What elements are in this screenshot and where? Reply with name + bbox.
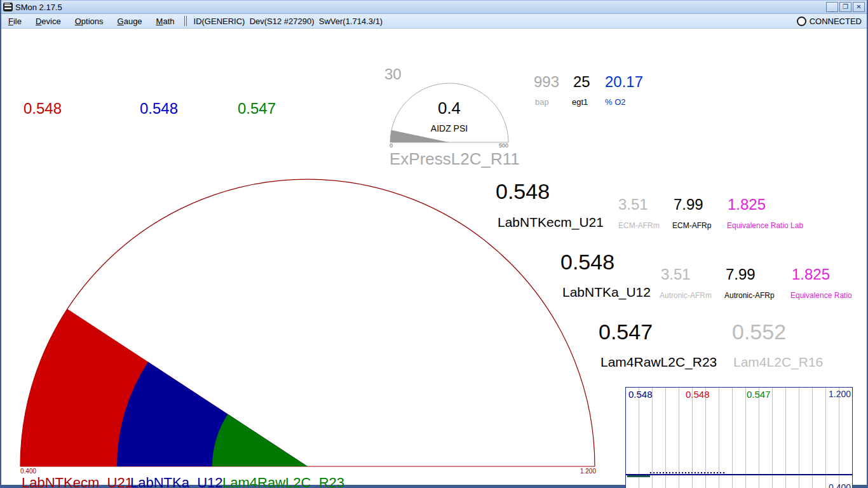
app-window: SMon 2.17.5 _ ❐ ✕ File Device Options Ga… [0,0,868,488]
readout-lambda-red: 0.548 [24,100,62,118]
menu-device[interactable]: Device [29,15,68,28]
channel3-secondary-value: 0.552 [732,320,786,344]
device-info: ID(GENERIC) Dev(S12 #27290) SwVer(1.714.… [191,17,383,26]
close-icon: ✕ [856,4,861,10]
trend-ymin: 0.400 [829,482,851,488]
pressure-gauge-value: 0.4 [389,98,510,118]
close-button[interactable]: ✕ [853,2,865,12]
trend-readout-green: 0.547 [747,389,771,400]
trend-chart: 0.548 0.548 0.547 1.200 0.400 [625,387,853,488]
channel3-value: 0.547 [599,320,653,344]
readout-bap: 993 [534,73,559,91]
restore-button[interactable]: ❐ [839,2,851,12]
trend-readout-blue: 0.548 [628,389,653,400]
channel1-metric2-value: 7.99 [674,196,703,214]
lambda-gauge-min: 0.400 [20,468,36,475]
pressure-gauge-peak: 30 [384,65,402,83]
channel2-metric3-label: Equivalence Ratio [790,291,852,300]
readout-lambda-green: 0.547 [238,100,276,118]
channel2-metric2-label: Autronic-AFRp [724,291,775,300]
menu-separator [184,16,187,26]
lambda-gauge [20,177,597,468]
readout-egt1-label: egt1 [572,97,588,107]
menu-options[interactable]: Options [68,15,111,28]
channel2-metric1-value: 3.51 [661,266,691,283]
channel1-metric1-value: 3.51 [618,196,648,214]
channel1-metric3-value: 1.825 [728,196,766,214]
lambda-gauge-needle-green [212,414,308,466]
channel3-secondary-name: Lam4L2C_R16 [733,355,823,370]
readout-egt1: 25 [573,73,590,91]
dashboard: 0.548 0.548 0.547 30 0.4 AIDZ PSI 0 500 … [1,29,867,484]
channel3-name: Lam4RawL2C_R23 [600,355,717,370]
connection-status: CONNECTED [810,17,862,26]
menu-gauge[interactable]: Gauge [111,15,149,28]
pressure-gauge-max: 500 [488,142,508,149]
menu-math[interactable]: Math [149,15,182,28]
readout-lambda-blue: 0.548 [140,100,178,118]
pressure-gauge-min: 0 [390,142,393,149]
lambda-gauge-max: 1.200 [569,468,596,475]
readout-bap-label: bap [535,97,549,107]
channel2-metric1-label: Autronic-AFRm [660,291,712,300]
minimize-icon: _ [831,6,834,12]
trend-readout-red: 0.548 [686,389,710,400]
menu-file[interactable]: File [1,15,29,28]
channel2-metric3-value: 1.825 [792,266,830,283]
trend-line [626,474,852,475]
minimize-button[interactable]: _ [826,2,838,12]
connection-indicator-icon [797,17,806,26]
pressure-gauge-channel: ExPressL2C_R11 [390,149,520,169]
channel2-metric2-value: 7.99 [726,266,756,283]
readout-o2: 20.17 [605,73,643,91]
channel1-metric3-label: Equivalence Ratio Lab [727,221,803,230]
channel1-metric1-label: ECM-AFRm [618,221,660,230]
pressure-gauge-units: AIDZ PSI [389,123,510,133]
window-title: SMon 2.17.5 [15,3,62,12]
channel1-metric2-label: ECM-AFRp [672,221,711,230]
legend-item-lam4raw: Lam4RawL2C_R23 [222,475,344,488]
restore-icon: ❐ [843,4,848,10]
legend-item-labntka: LabNTKa_U12 [130,475,223,488]
legend-item-labntkecm: LabNTKecm_U21 [22,475,133,488]
trend-ymax: 1.200 [829,389,851,399]
title-bar[interactable]: SMon 2.17.5 _ ❐ ✕ [1,0,867,14]
readout-o2-label: % O2 [605,97,626,107]
trend-line-noise [650,472,726,473]
trend-line-green-segment [627,475,650,477]
app-icon [3,3,13,11]
menu-bar: File Device Options Gauge Math ID(GENERI… [1,14,867,29]
